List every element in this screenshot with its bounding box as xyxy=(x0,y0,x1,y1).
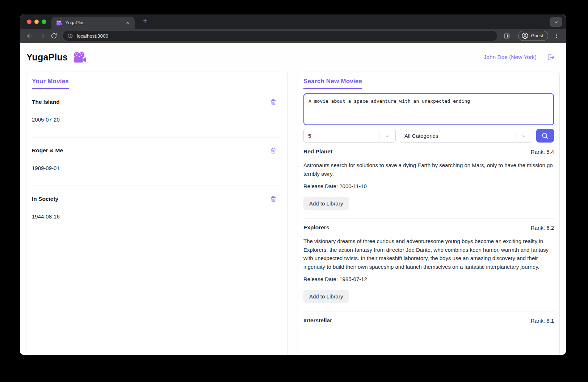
movie-release-date: 2005-07-20 xyxy=(32,116,282,123)
result-rank: Rank: 5.4 xyxy=(531,149,554,155)
trash-icon xyxy=(270,147,277,154)
result-title: Interstellar xyxy=(303,317,332,324)
minimize-window-button[interactable] xyxy=(34,20,39,24)
movie-release-date: 1989-09-01 xyxy=(32,165,282,171)
movie-release-date: 1944-08-16 xyxy=(32,213,282,220)
search-result-item: Interstellar Rank: 8.1 xyxy=(303,311,554,332)
search-query-input[interactable]: A movie about a space adventure with an … xyxy=(303,93,554,125)
user-label: John Doe (New York) xyxy=(484,54,537,60)
back-button[interactable] xyxy=(25,31,34,41)
new-tab-button[interactable]: + xyxy=(140,17,150,26)
maximize-window-button[interactable] xyxy=(42,20,46,24)
results-limit-select[interactable]: 5 xyxy=(303,129,396,143)
results-limit-value: 5 xyxy=(308,133,311,139)
chevron-down-icon xyxy=(554,20,559,25)
search-button[interactable] xyxy=(536,129,554,143)
side-panel-button[interactable] xyxy=(502,31,512,41)
browser-menu-button[interactable] xyxy=(552,31,561,41)
search-result-item: Red Planet Rank: 5.4 Astronauts search f… xyxy=(303,143,554,218)
search-heading: Search New Movies xyxy=(303,78,362,89)
add-to-library-button[interactable]: Add to Library xyxy=(303,197,349,210)
close-window-button[interactable] xyxy=(27,20,32,24)
movie-title: The Island xyxy=(32,99,60,105)
delete-movie-button[interactable] xyxy=(270,147,277,154)
list-item: The Island 2005-07-20 xyxy=(32,89,282,137)
your-movies-panel: Your Movies The Island 2005-07-20 xyxy=(26,72,288,355)
logout-button[interactable] xyxy=(546,53,555,61)
app-page: YugaPlus John Doe (New York) Yo xyxy=(20,43,566,355)
reload-button[interactable] xyxy=(49,31,59,41)
select-divider xyxy=(379,132,379,140)
list-item: Roger & Me 1989-09-01 xyxy=(32,137,282,186)
search-panel: Search New Movies A movie about a space … xyxy=(298,72,560,355)
search-results: Red Planet Rank: 5.4 Astronauts search f… xyxy=(303,143,554,332)
movie-title: Roger & Me xyxy=(32,147,63,154)
site-info-icon[interactable] xyxy=(67,33,73,39)
result-release-date: Release Date: 2000-11-10 xyxy=(303,183,554,189)
movie-camera-favicon xyxy=(56,20,62,26)
result-rank: Rank: 6.2 xyxy=(531,225,554,231)
side-panel-icon xyxy=(503,33,510,39)
tab-title: YugaPlus xyxy=(66,20,125,25)
page-title: YugaPlus xyxy=(26,52,68,63)
guest-button[interactable]: Guest xyxy=(518,31,548,41)
search-icon xyxy=(541,132,549,140)
movie-title: In Society xyxy=(32,196,58,202)
address-bar[interactable]: localhost:3000 xyxy=(63,31,497,41)
back-arrow-icon xyxy=(26,33,33,39)
list-item: In Society 1944-08-16 xyxy=(32,186,282,234)
delete-movie-button[interactable] xyxy=(270,98,277,106)
reload-icon xyxy=(51,33,57,39)
tab-list-chevron-button[interactable] xyxy=(550,17,562,27)
app-header: YugaPlus John Doe (New York) xyxy=(20,43,566,72)
kebab-menu-icon xyxy=(554,33,559,39)
person-icon xyxy=(521,32,529,39)
url-text: localhost:3000 xyxy=(77,33,108,39)
chevron-down-icon xyxy=(385,133,390,139)
trash-icon xyxy=(270,195,277,203)
add-to-library-button[interactable]: Add to Library xyxy=(303,290,349,303)
tab-close-icon[interactable]: × xyxy=(125,20,131,26)
tab-strip: YugaPlus × + xyxy=(20,14,566,29)
result-release-date: Release Date: 1985-07-12 xyxy=(303,276,554,282)
select-divider xyxy=(516,132,516,140)
result-description: The visionary dreams of three curious an… xyxy=(303,237,554,271)
movie-list: The Island 2005-07-20 Roger & Me xyxy=(32,89,282,234)
window-controls xyxy=(27,20,46,24)
result-description: Astronauts search for solutions to save … xyxy=(303,161,554,178)
trash-icon xyxy=(270,98,277,106)
main-content: Your Movies The Island 2005-07-20 xyxy=(20,72,566,355)
guest-label: Guest xyxy=(531,33,543,38)
category-value: All Categories xyxy=(404,133,438,139)
forward-button[interactable] xyxy=(37,31,46,41)
search-result-item: Explorers Rank: 6.2 The visionary dreams… xyxy=(303,218,554,311)
browser-tab[interactable]: YugaPlus × xyxy=(51,17,135,29)
browser-window: YugaPlus × + localhost:3000 Guest xyxy=(20,14,566,355)
search-controls: 5 All Categories xyxy=(303,129,554,143)
movie-camera-icon xyxy=(73,52,87,63)
category-select[interactable]: All Categories xyxy=(400,129,532,143)
result-rank: Rank: 8.1 xyxy=(531,318,554,324)
forward-arrow-icon xyxy=(38,33,45,39)
chevron-down-icon xyxy=(521,133,526,139)
browser-toolbar: localhost:3000 Guest xyxy=(20,29,566,43)
result-title: Explorers xyxy=(303,224,329,231)
delete-movie-button[interactable] xyxy=(270,195,277,203)
your-movies-heading: Your Movies xyxy=(32,78,69,89)
result-title: Red Planet xyxy=(303,148,332,155)
